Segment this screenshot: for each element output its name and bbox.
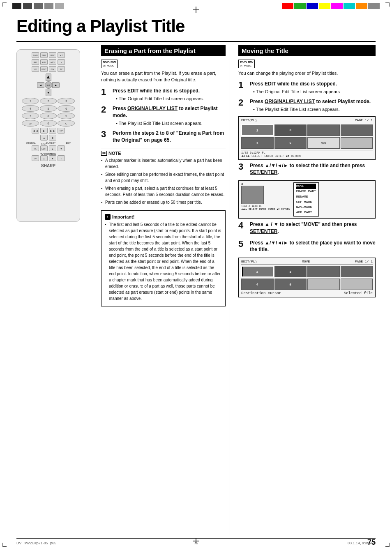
note-label: NOTE	[108, 151, 121, 156]
erase-step-1: 1 Press EDIT while the disc is stopped. …	[101, 88, 226, 102]
num-1: 1	[22, 98, 39, 104]
edit-key-1: EDIT	[127, 88, 138, 94]
screen-3-thumbs-row1: 2 3	[241, 266, 373, 277]
s3-thumb-1: 2	[241, 266, 274, 277]
step-1-bullet: The Original Edit Title List screen appe…	[116, 96, 226, 102]
rev-btn: ◄◄	[32, 128, 39, 134]
angle-btn: ANG	[32, 59, 39, 65]
screen-3-mockup: EDIT(PL) MOVE PAGE 1/ 1 2 3 4	[238, 258, 376, 297]
dpad-left: ◄	[37, 82, 44, 88]
screen-2-footer-nav: ◄◄►► SELECT ENTER ENTER ▲▼ RETURN	[241, 208, 290, 211]
move-step-3-title: Press ▲/▼/◄/► to select the title and th…	[250, 162, 376, 176]
screen-2-footer-info: 1/02 6:10AM PL	[241, 205, 290, 208]
move-step-2: 2 Press ORIGINAL/PLAY LIST to select Pla…	[238, 98, 376, 113]
move-step-2-content: Press ORIGINAL/PLAY LIST to select Playl…	[250, 98, 376, 113]
step-3-num: 3	[101, 130, 110, 139]
bottom-labels-row: ORIGINAL PLAYLIST EDIT	[21, 142, 76, 144]
fwd-btn: ►►	[49, 128, 56, 134]
menu-add-part: ADD PART	[296, 210, 316, 215]
erase-intro-text: You can erase a part from the Playlist. …	[101, 70, 226, 83]
playlist-label: PLAYLIST	[46, 142, 55, 144]
remote-control-image: PWR TMR REC ▲Z ANG AUD ▼CH ▲ VCR EDIT ZO…	[16, 49, 80, 222]
edit-label: EDIT	[66, 142, 71, 144]
move-step-3-num: 3	[238, 162, 247, 171]
set-enter-key-3: SET/ENTER	[250, 169, 277, 175]
step-1-title: Press EDIT while the disc is stopped.	[113, 88, 226, 94]
selected-file-label: Selected file	[344, 291, 373, 295]
step-2-bullet: The Playlist Edit Title List screen appe…	[116, 120, 226, 127]
stop-btn: ■ STOP	[40, 135, 48, 140]
thumb-4	[341, 124, 373, 136]
note-box: ✉ NOTE A chapter marker is inserted auto…	[101, 148, 226, 205]
note-item-2: Since editing cannot be performed in exa…	[101, 171, 226, 184]
edit-key-move-1: EDIT	[265, 81, 276, 87]
power-btn: PWR	[32, 52, 39, 58]
dpad-down: ▼	[46, 89, 51, 96]
tv-control-row: TV ▲ ▼ ○	[20, 155, 76, 161]
s3-thumb-6: 5	[274, 279, 307, 290]
move-section-title: Moving the Title	[242, 47, 288, 54]
registration-marks	[12, 3, 64, 9]
screen-3-labels: Destination cursor Selected file	[241, 291, 373, 295]
dvd-badge-erase: DVD RW VR MODE	[101, 60, 118, 68]
color-bar	[282, 3, 380, 9]
footer-center: 75	[194, 541, 198, 545]
step-1-content: Press EDIT while the disc is stopped. Th…	[113, 88, 226, 102]
move-step-2-num: 2	[238, 98, 247, 107]
move-intro-text: You can change the playing order of Play…	[238, 70, 376, 77]
step-2-num: 2	[101, 105, 110, 114]
screen-2-thumb: 3 1/02 6:10AM PL ◄◄►► SELECT ENTER ENTER…	[241, 182, 290, 216]
input-btn: INP	[58, 66, 65, 72]
screen-1-mockup: EDIT(PL) PAGE 1/ 1 2 3 4 5	[238, 116, 376, 160]
note-header: ✉ NOTE	[101, 151, 226, 156]
thumb-3	[307, 124, 340, 136]
screen-1-thumbs-row1: 2 3	[241, 124, 373, 136]
thumb-1: 2	[241, 124, 274, 136]
step-2-content: Press ORIGINAL/PLAY LIST to select Playl…	[113, 105, 226, 127]
move-step-1-bullet: The Original Edit Title List screen appe…	[253, 89, 376, 95]
crosshair-top	[193, 7, 199, 13]
move-step-1-num: 1	[238, 81, 247, 90]
footer-left: DV_RW2U#p71-85_p65	[16, 541, 56, 545]
screen-3-thumbs-row2: 4 5	[241, 279, 373, 290]
move-step-1: 1 Press EDIT while the disc is stopped. …	[238, 81, 376, 95]
num-9: 9	[58, 113, 75, 119]
num-c: C	[58, 120, 75, 127]
original-label: ORIGINAL	[26, 142, 36, 144]
s3-thumb-2: 3	[274, 266, 307, 277]
bot-btn-1: PL	[32, 145, 39, 151]
bot-btn-2: EDIT	[40, 145, 48, 151]
erase-section-header: Erasing a Part from the Playlist	[101, 45, 226, 56]
step-2-title: Press ORIGINAL/PLAY LIST to select Playl…	[113, 105, 226, 119]
menu-chp-mark: CHP MARK	[296, 200, 316, 205]
menu-move: MOVE	[296, 184, 316, 189]
erase-step-3: 3 Perform the steps 2 to 8 of "Erasing a…	[101, 130, 226, 144]
s3-thumb-8	[341, 279, 373, 290]
bot-btn-4: ▼	[58, 145, 65, 151]
move-step-3: 3 Press ▲/▼/◄/► to select the title and …	[238, 162, 376, 177]
erase-section: Erasing a Part from the Playlist DVD RW …	[95, 45, 230, 534]
remote-row-1: PWR TMR REC ▲Z	[20, 52, 76, 58]
menu-navimark: NAVIMARK	[296, 205, 316, 210]
stop-row: ■ STOP ⏸	[20, 135, 76, 140]
main-content: PWR TMR REC ▲Z ANG AUD ▼CH ▲ VCR EDIT ZO…	[16, 45, 376, 534]
menu-erase-part: ERASE PART	[296, 189, 316, 194]
step-3-content: Perform the steps 2 to 8 of "Erasing a P…	[113, 130, 226, 144]
move-step-5-num: 5	[238, 240, 247, 249]
screen-2-inner: 3 1/02 6:10AM PL ◄◄►► SELECT ENTER ENTER…	[241, 182, 373, 216]
screen-1-footer-nav: ◄◄ ►► SELECT ENTER ENTER ▲▼ RETURN	[241, 154, 373, 158]
zoom-btn: ZOM	[49, 66, 56, 72]
skip-btn: SKP	[58, 128, 65, 134]
dvd-badge-move: DVD RW VR MODE	[238, 60, 255, 68]
num-2: 2	[40, 98, 57, 104]
play-btn: ►	[40, 128, 48, 134]
ch-up-btn: ▲	[58, 59, 65, 65]
thumb-new: NEW	[307, 137, 340, 149]
move-step-4-num: 4	[238, 221, 247, 230]
z-btn: ▲Z	[58, 52, 65, 58]
screen-3-header-middle: MOVE	[302, 260, 310, 263]
move-step-5-content: Press ▲/▼/◄/► to select the place you wa…	[250, 240, 376, 255]
thumb-2: 3	[274, 124, 307, 136]
dpad-center: SET	[45, 81, 52, 89]
erase-section-title: Erasing a Part from the Playlist	[104, 47, 196, 54]
